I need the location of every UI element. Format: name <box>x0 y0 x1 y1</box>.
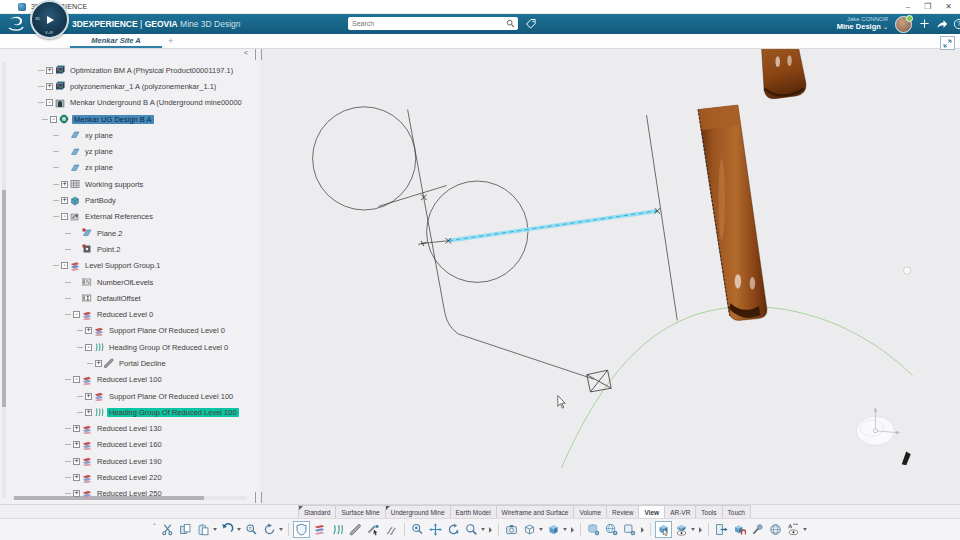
tree-row[interactable]: -Reduced Level 0 <box>65 306 260 322</box>
pan-icon[interactable] <box>427 521 444 538</box>
ribbon-tab-volume[interactable]: Volume <box>574 505 607 519</box>
dropdown-caret-icon[interactable] <box>539 528 543 531</box>
tree-row[interactable]: +PartBody <box>53 192 260 208</box>
select-cube-icon[interactable] <box>655 521 672 538</box>
tree-row[interactable]: +Reduced Level 190 <box>65 453 260 469</box>
session-options-icon[interactable] <box>621 521 638 538</box>
collapse-icon[interactable]: - <box>61 213 68 220</box>
group-expand-arrow-icon[interactable] <box>489 527 492 533</box>
ribbon-tab-surface-mine[interactable]: Surface Mine <box>336 505 385 519</box>
heading-end-square[interactable] <box>587 370 611 392</box>
tree-row[interactable]: +Support Plane Of Reduced Level 100 <box>77 388 260 404</box>
ribbon-tab-review[interactable]: Review <box>607 505 639 519</box>
spline-icon[interactable] <box>383 521 400 538</box>
shield-display-icon[interactable] <box>293 521 310 538</box>
collapse-icon[interactable]: - <box>50 116 57 123</box>
pin-tool-icon[interactable] <box>749 521 766 538</box>
drift-solid-small[interactable] <box>761 48 806 99</box>
expand-icon[interactable]: + <box>46 67 53 74</box>
add-tab-button[interactable]: + <box>168 35 173 47</box>
dropdown-caret-icon[interactable] <box>563 528 567 531</box>
splitter-grip-top[interactable] <box>255 49 262 60</box>
expand-icon[interactable]: + <box>85 393 92 400</box>
zoom-icon[interactable] <box>463 521 480 538</box>
collapse-icon[interactable]: - <box>61 262 68 269</box>
expand-icon[interactable]: + <box>85 409 92 416</box>
ribbon-tab-earth-model[interactable]: Earth Model <box>451 505 497 519</box>
toolbar-overflow-chevron[interactable]: ⌄ <box>152 519 157 527</box>
annotation-visibility-icon[interactable] <box>785 521 802 538</box>
collapse-icon[interactable]: - <box>46 99 53 106</box>
capture-icon[interactable] <box>503 521 520 538</box>
collapse-icon[interactable]: - <box>73 311 80 318</box>
expand-icon[interactable]: + <box>73 490 80 497</box>
tree-row[interactable]: xy plane <box>53 127 260 143</box>
tree-row[interactable]: +Reduced Level 220 <box>65 469 260 485</box>
tree-row[interactable]: -Menkar UG Design B A <box>42 111 260 127</box>
heading-group-icon[interactable] <box>329 521 346 538</box>
drift-solid-large[interactable] <box>698 105 767 320</box>
copy-icon[interactable] <box>177 521 194 538</box>
tag-icon[interactable] <box>524 17 538 30</box>
tree-row[interactable]: +Reduced Level 130 <box>65 421 260 437</box>
collapse-icon[interactable]: - <box>73 376 80 383</box>
close-button[interactable]: ✕ <box>945 3 952 11</box>
robot-pen-icon[interactable] <box>902 452 911 466</box>
globe-options-icon[interactable] <box>603 521 620 538</box>
tree-row[interactable]: -Heading Group Of Reduced Level 0 <box>77 339 260 355</box>
decline-spiral-curves[interactable] <box>313 107 678 379</box>
minimize-button[interactable]: – <box>906 3 910 11</box>
tree-row[interactable]: Plane.2 <box>65 225 260 241</box>
tree-row[interactable]: DefaultOffset <box>65 290 260 306</box>
ribbon-tab-ar-vr[interactable]: AR-VR <box>665 505 696 519</box>
expand-icon[interactable]: + <box>61 181 68 188</box>
ribbon-tab-touch[interactable]: Touch <box>723 505 751 519</box>
tree-row[interactable]: -Reduced Level 100 <box>65 372 260 388</box>
share-button[interactable] <box>934 16 949 31</box>
paste-icon[interactable] <box>195 521 212 538</box>
expand-icon[interactable]: + <box>73 474 80 481</box>
cut-icon[interactable] <box>159 521 176 538</box>
dropdown-caret-icon[interactable] <box>237 528 241 531</box>
search-input[interactable] <box>348 20 506 27</box>
tree-row[interactable]: -Level Support Group.1 <box>53 258 260 274</box>
tree-row[interactable]: +polyzonemenkar_1 A (polyzonemenkar_1.1) <box>38 78 260 94</box>
ribbon-tab-tools[interactable]: Tools <box>696 505 722 519</box>
expand-icon[interactable]: + <box>73 441 80 448</box>
tab-menkar-site-a[interactable]: Menkar Site A <box>70 34 162 47</box>
user-role-dropdown[interactable]: Mine Design ⌄ <box>837 23 888 31</box>
heading-select-icon[interactable] <box>365 521 382 538</box>
collapse-icon[interactable]: - <box>85 344 92 351</box>
expand-icon[interactable]: + <box>85 327 92 334</box>
power-search-icon[interactable] <box>243 521 260 538</box>
web-globe-icon[interactable] <box>767 521 784 538</box>
level-circle-curve[interactable] <box>561 307 912 468</box>
tree-row[interactable]: +Working supports <box>53 176 260 192</box>
group-expand-arrow-icon[interactable] <box>571 527 574 533</box>
tree-row[interactable]: +Optimization BM A (Physical Product0000… <box>38 62 260 78</box>
dropdown-caret-icon[interactable] <box>279 528 283 531</box>
dropdown-caret-icon[interactable] <box>803 528 807 531</box>
snap-cube-icon[interactable] <box>731 521 748 538</box>
database-options-icon[interactable] <box>585 521 602 538</box>
user-cluster[interactable]: Jake CONNOR Mine Design ⌄ <box>837 15 888 31</box>
rotate-icon[interactable] <box>445 521 462 538</box>
ribbon-tab-underground-mine[interactable]: Underground Mine <box>386 505 451 519</box>
expand-icon[interactable]: + <box>73 458 80 465</box>
hide-show-icon[interactable] <box>673 521 690 538</box>
zoom-area-icon[interactable] <box>409 521 426 538</box>
level-support-icon[interactable] <box>311 521 328 538</box>
collapse-panel-button[interactable]: < <box>244 49 248 57</box>
expand-icon[interactable]: + <box>73 425 80 432</box>
section-handle[interactable] <box>904 267 911 274</box>
ribbon-tab-wireframe-and-surface[interactable]: Wireframe and Surface <box>497 505 575 519</box>
view-axis-compass[interactable] <box>856 407 899 445</box>
maximize-button[interactable]: ❐ <box>924 3 931 11</box>
tree-row[interactable]: +Reduced Level 160 <box>65 437 260 453</box>
3d-compass[interactable]: 3D V+R <box>30 0 69 39</box>
exit-app-icon[interactable] <box>713 521 730 538</box>
tree-row[interactable]: -Menkar Underground B A (Underground min… <box>38 95 260 111</box>
tree-row[interactable]: +Support Plane Of Reduced Level 0 <box>77 323 260 339</box>
tree-row[interactable]: zx plane <box>53 160 260 176</box>
ribbon-tab-standard[interactable]: Standard <box>298 505 336 519</box>
